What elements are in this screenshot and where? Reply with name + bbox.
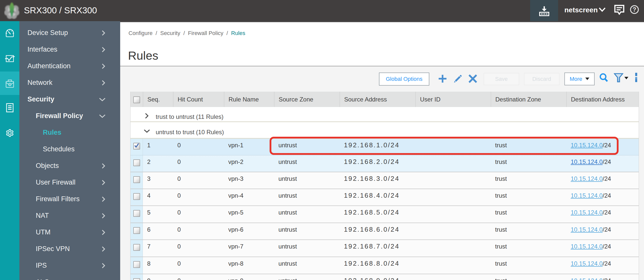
svg-text:?: ? xyxy=(633,6,636,13)
